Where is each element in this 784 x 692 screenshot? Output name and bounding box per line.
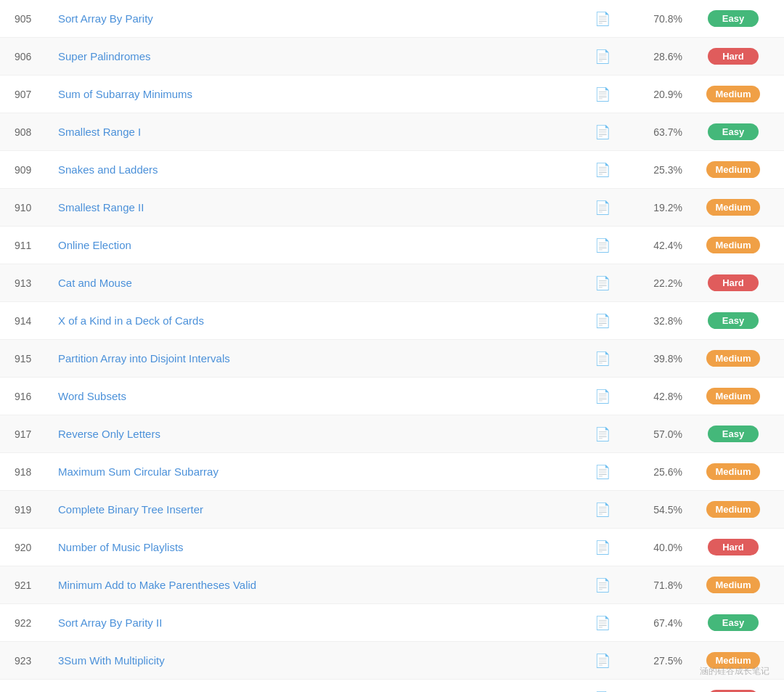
doc-icon-cell[interactable]: 📄 — [581, 313, 624, 329]
table-row: 909 Snakes and Ladders 📄 25.3% Medium — [0, 151, 784, 189]
table-row: 911 Online Election 📄 42.4% Medium — [0, 227, 784, 264]
problem-title[interactable]: Online Election — [58, 239, 581, 251]
difficulty-badge: Hard — [708, 539, 759, 555]
problem-title[interactable]: X of a Kind in a Deck of Cards — [58, 314, 581, 327]
difficulty-badge: Easy — [708, 123, 759, 140]
document-icon: 📄 — [595, 237, 611, 253]
acceptance-rate: 57.0% — [624, 428, 697, 440]
problem-title[interactable]: Maximum Sum Circular Subarray — [58, 465, 581, 478]
problem-title[interactable]: 3Sum With Multiplicity — [58, 654, 581, 667]
difficulty-badge: Medium — [706, 350, 759, 367]
document-icon: 📄 — [595, 351, 611, 367]
table-row: 920 Number of Music Playlists 📄 40.0% Ha… — [0, 529, 784, 566]
problem-title[interactable]: Sort Array By Parity II — [58, 616, 581, 629]
doc-icon-cell[interactable]: 📄 — [581, 502, 624, 518]
problem-number: 917 — [15, 428, 58, 440]
table-row: 917 Reverse Only Letters 📄 57.0% Easy — [0, 415, 784, 453]
problem-title[interactable]: Cat and Mouse — [58, 277, 581, 289]
problem-title[interactable]: Sort Array By Parity — [58, 12, 581, 25]
difficulty-cell: Hard — [697, 274, 769, 291]
problem-title[interactable]: Reverse Only Letters — [58, 428, 581, 440]
doc-icon-cell[interactable]: 📄 — [581, 615, 624, 631]
difficulty-badge: Medium — [706, 463, 759, 480]
document-icon: 📄 — [595, 200, 611, 216]
document-icon: 📄 — [595, 653, 611, 669]
doc-icon-cell[interactable]: 📄 — [581, 426, 624, 442]
problem-title[interactable]: Smallest Range I — [58, 126, 581, 138]
difficulty-badge: Medium — [706, 501, 759, 518]
doc-icon-cell[interactable]: 📄 — [581, 11, 624, 27]
problems-table: 905 Sort Array By Parity 📄 70.8% Easy 90… — [0, 0, 784, 692]
problem-number: 908 — [15, 126, 58, 138]
table-row: 919 Complete Binary Tree Inserter 📄 54.5… — [0, 491, 784, 529]
difficulty-cell: Easy — [697, 614, 769, 631]
acceptance-rate: 42.8% — [624, 391, 697, 402]
doc-icon-cell[interactable]: 📄 — [581, 200, 624, 216]
problem-number: 911 — [15, 240, 58, 251]
problem-title[interactable]: Sum of Subarray Minimums — [58, 88, 581, 100]
difficulty-cell: Hard — [697, 48, 769, 65]
doc-icon-cell[interactable]: 📄 — [581, 653, 624, 669]
difficulty-cell: Medium — [697, 199, 769, 216]
difficulty-badge: Medium — [706, 237, 759, 253]
acceptance-rate: 32.8% — [624, 315, 697, 327]
difficulty-badge: Easy — [708, 614, 759, 631]
table-row: 915 Partition Array into Disjoint Interv… — [0, 340, 784, 378]
problem-title[interactable]: Minimum Add to Make Parentheses Valid — [58, 579, 581, 591]
problem-title[interactable]: Snakes and Ladders — [58, 163, 581, 176]
document-icon: 📄 — [595, 162, 611, 178]
difficulty-badge: Easy — [708, 426, 759, 442]
problem-number: 918 — [15, 466, 58, 478]
difficulty-badge: Medium — [706, 388, 759, 404]
document-icon: 📄 — [595, 313, 611, 329]
doc-icon-cell[interactable]: 📄 — [581, 237, 624, 253]
doc-icon-cell[interactable]: 📄 — [581, 124, 624, 140]
problem-number: 910 — [15, 202, 58, 213]
difficulty-cell: Medium — [697, 350, 769, 367]
doc-icon-cell[interactable]: 📄 — [581, 162, 624, 178]
problem-title[interactable]: Number of Music Playlists — [58, 541, 581, 553]
difficulty-cell: Medium — [697, 577, 769, 593]
difficulty-badge: Hard — [708, 48, 759, 65]
difficulty-badge: Easy — [708, 10, 759, 27]
problem-title[interactable]: Smallest Range II — [58, 201, 581, 213]
table-row: 918 Maximum Sum Circular Subarray 📄 25.6… — [0, 453, 784, 491]
document-icon: 📄 — [595, 464, 611, 480]
difficulty-cell: Easy — [697, 312, 769, 329]
problem-number: 920 — [15, 542, 58, 553]
acceptance-rate: 42.4% — [624, 240, 697, 251]
acceptance-rate: 25.6% — [624, 466, 697, 478]
table-row: 908 Smallest Range I 📄 63.7% Easy — [0, 113, 784, 151]
problem-title[interactable]: Partition Array into Disjoint Intervals — [58, 352, 581, 365]
acceptance-rate: 20.9% — [624, 89, 697, 100]
document-icon: 📄 — [595, 124, 611, 140]
problem-title[interactable]: Super Palindromes — [58, 50, 581, 62]
acceptance-rate: 19.2% — [624, 202, 697, 213]
doc-icon-cell[interactable]: 📄 — [581, 275, 624, 291]
doc-icon-cell[interactable]: 📄 — [581, 49, 624, 65]
document-icon: 📄 — [595, 502, 611, 518]
problem-number: 923 — [15, 655, 58, 667]
problem-title[interactable]: Word Subsets — [58, 390, 581, 402]
doc-icon-cell[interactable]: 📄 — [581, 464, 624, 480]
problem-number: 914 — [15, 315, 58, 327]
doc-icon-cell[interactable]: 📄 — [581, 388, 624, 404]
table-row: 922 Sort Array By Parity II 📄 67.4% Easy — [0, 604, 784, 642]
difficulty-cell: Medium — [697, 86, 769, 102]
doc-icon-cell[interactable]: 📄 — [581, 351, 624, 367]
problem-title[interactable]: Complete Binary Tree Inserter — [58, 503, 581, 516]
watermark: 涵的硅谷成长笔记 — [700, 665, 769, 677]
doc-icon-cell[interactable]: 📄 — [581, 577, 624, 593]
acceptance-rate: 63.7% — [624, 126, 697, 138]
acceptance-rate: 40.0% — [624, 542, 697, 553]
doc-icon-cell[interactable]: 📄 — [581, 540, 624, 555]
difficulty-badge: Medium — [706, 199, 759, 216]
document-icon: 📄 — [595, 275, 611, 291]
document-icon: 📄 — [595, 86, 611, 102]
doc-icon-cell[interactable]: 📄 — [581, 86, 624, 102]
problem-number: 916 — [15, 391, 58, 402]
problem-number: 909 — [15, 164, 58, 176]
document-icon: 📄 — [595, 11, 611, 27]
problem-number: 922 — [15, 617, 58, 629]
difficulty-cell: Medium — [697, 463, 769, 480]
